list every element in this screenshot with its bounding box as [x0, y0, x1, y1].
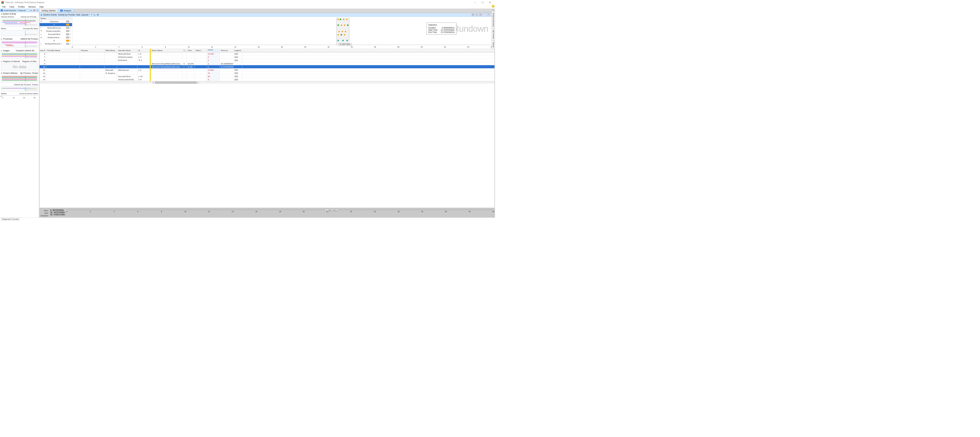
preset-name[interactable]: Activity by Provider, Task, Opcode *: [58, 14, 90, 16]
table-row[interactable]: 9 Microsoft-JScript/MethodRundow... 4 23…: [40, 62, 495, 65]
table-row[interactable]: 10 Microsoft-JScript/MethodRundow... 3 9…: [40, 65, 495, 68]
expander-icon[interactable]: ▼: [40, 21, 42, 22]
maximize-button[interactable]: ☐: [479, 0, 486, 5]
section-marks[interactable]: Marks: [1, 28, 6, 30]
table-row[interactable]: 11 MethodR... MethodLoad ▷ 9 13,860: [40, 68, 495, 72]
expander-icon[interactable]: ▼: [40, 30, 42, 32]
side-dropdown-icon[interactable]: ▾: [492, 9, 495, 11]
section-thread-lifetimes[interactable]: ▾ Thread Lifetimes By Process, Thread: [0, 71, 39, 75]
col-field1[interactable]: Field 1: [195, 49, 207, 52]
series-menu-icon[interactable]: ▾: [70, 27, 72, 28]
sidetab-analysis-assistant[interactable]: Analysis Assistant: [492, 11, 495, 28]
series-menu-icon[interactable]: ▾: [70, 33, 72, 35]
close-panel-icon[interactable]: ✕: [36, 10, 38, 12]
preset-dropdown-icon[interactable]: ▾: [91, 14, 92, 16]
series-row[interactable]: ▼ ScriptContextRu... ▾: [40, 30, 72, 33]
tab-analysis[interactable]: 1 Analysis: [58, 9, 74, 13]
dropdown-icon[interactable]: ▾: [30, 10, 32, 12]
col-c[interactable]: C...: [183, 49, 187, 52]
marks-thumbnail[interactable]: Trace Rundown: [1, 30, 38, 36]
expander-icon[interactable]: ▼: [40, 36, 42, 38]
system-activity-thumbnail[interactable]: Trace Rundown: [1, 18, 38, 26]
minimize-button[interactable]: ─: [472, 0, 479, 5]
pin-icon[interactable]: 📌: [33, 10, 35, 12]
left-time-ruler[interactable]: ⇤ 0 10 20 30: [1, 95, 38, 100]
sub-lifetime-by-process-thread[interactable]: Lifetime By Process, Thread: [14, 84, 38, 86]
col-line[interactable]: Line #: [40, 49, 46, 52]
timeline-chart[interactable]: Trace Rundown: [72, 17, 492, 49]
series-menu-icon[interactable]: ▾: [70, 43, 72, 45]
series-menu-icon[interactable]: ▾: [70, 30, 72, 32]
close-button[interactable]: ✕: [486, 0, 493, 5]
view-chart-icon[interactable]: ▥: [472, 14, 474, 16]
feedback-smiley-icon[interactable]: ☺: [492, 5, 495, 8]
col-id[interactable]: Id: [137, 49, 150, 52]
table-header: Line # Provider Name Process Task Name O…: [40, 49, 495, 52]
bottom-axis-line[interactable]: 02468101214161820222426283032343622.0085…: [67, 210, 493, 216]
col-count[interactable]: Count: [207, 49, 220, 52]
diagnostic-console-button[interactable]: Diagnostic Console: [1, 218, 20, 221]
selection-band[interactable]: [336, 17, 349, 45]
series-row[interactable]: 3 ▾: [40, 23, 72, 26]
thread-lifetimes-thumbnail[interactable]: [1, 75, 38, 82]
thread-lifetimes-thumbnail-2[interactable]: Trace Rundown: [1, 86, 38, 91]
processes-thumbnail[interactable]: Trace Rundown: [1, 41, 38, 48]
sub-grouped-by-mark[interactable]: Grouped By Mark: [23, 28, 38, 30]
table-row[interactable]: 13 SourceDCEnd ▷ 40 66: [40, 75, 495, 78]
table-row[interactable]: 8 DCEndInit ▼ 3 2: [40, 59, 495, 62]
series-row[interactable]: ▷ SourceDCEnd ▾: [40, 33, 72, 36]
sub-activity-by-provider[interactable]: Activity by Provide...: [21, 16, 38, 18]
col-process[interactable]: Process: [80, 49, 104, 52]
section-processes[interactable]: ▷ Processes Lifetime By Process: [0, 37, 39, 41]
series-menu-icon[interactable]: ▾: [70, 36, 72, 38]
section-stacks[interactable]: Stacks: [1, 93, 7, 95]
tab-getting-started[interactable]: Getting Started: [39, 9, 58, 13]
series-row[interactable]: ▼ ScriptContext... ▾: [40, 36, 72, 39]
section-system-activity[interactable]: ▾ System Activity: [0, 12, 39, 16]
axis-tick: 8: [165, 46, 166, 48]
menu-file[interactable]: File: [1, 5, 7, 8]
series-menu-icon[interactable]: ▾: [70, 40, 72, 41]
col-legend[interactable]: Legend: [234, 49, 242, 52]
expander-icon[interactable]: ▷: [40, 27, 42, 29]
series-row[interactable]: ▼ DCEndInit ▾: [40, 20, 72, 23]
series-row[interactable]: ▷ MethodRuntime ▾: [40, 26, 72, 30]
series-menu-icon[interactable]: ▾: [70, 24, 72, 25]
table-hscroll[interactable]: ◂ ▸: [40, 81, 495, 84]
timeline-axis[interactable]: 02468101214161820222426283032343622.0085…: [72, 45, 492, 49]
series-row[interactable]: 8 ▾: [40, 39, 72, 42]
menu-trace[interactable]: Trace: [8, 5, 16, 8]
col-provider[interactable]: Provider Name: [46, 49, 80, 52]
regions-thumbnail[interactable]: No data: [1, 63, 38, 70]
series-menu-icon[interactable]: ▾: [70, 21, 72, 22]
minimize-graph-icon[interactable]: ─: [483, 14, 486, 16]
menu-window[interactable]: Window: [27, 5, 37, 8]
sub-count-by-event-name[interactable]: Count by Event Name: [19, 93, 38, 95]
menu-help[interactable]: Help: [38, 5, 45, 8]
col-thread[interactable]: Thre...: [187, 49, 194, 52]
sidetab-my-presets[interactable]: My Presets: [492, 28, 495, 40]
sidetab-details[interactable]: Details: [492, 41, 495, 49]
col-opcode[interactable]: Opcode Name: [117, 49, 137, 52]
col-time[interactable]: Time (s): [220, 49, 233, 52]
expander-icon[interactable]: ▷: [40, 33, 42, 35]
maximize-graph-icon[interactable]: ☐: [487, 14, 490, 16]
search-icon[interactable]: 🔍: [93, 14, 95, 16]
section-images[interactable]: ▷ Images Transient Lifetime By Process..…: [0, 49, 39, 52]
sub-generic-events[interactable]: Generic Events: [1, 16, 14, 18]
collapse-icon[interactable]: ◢: [41, 14, 42, 16]
col-event[interactable]: Event Name: [151, 49, 183, 52]
menu-profiles[interactable]: Profiles: [16, 5, 26, 8]
images-thumbnail[interactable]: Trace Rundown: [1, 52, 38, 59]
view-chart-table-icon[interactable]: ◫: [476, 14, 478, 16]
table-row[interactable]: 7 DCEndComplete ▷ 4 2: [40, 55, 495, 59]
view-table-icon[interactable]: ▤: [479, 14, 482, 16]
series-row[interactable]: ▷ TextInputHost.exe <... ▾: [40, 42, 72, 45]
table-row[interactable]: 6 MethodDCEnd ▷ 6 19,030: [40, 52, 495, 55]
table-row[interactable]: 14 ScriptContextDCE... ▷ 8 8: [40, 78, 495, 81]
section-regions[interactable]: ▷ Regions of Interest Regions of Inter..…: [0, 60, 39, 63]
expander-icon[interactable]: ▷: [40, 43, 42, 45]
gear-icon[interactable]: ⚙: [97, 14, 99, 16]
table-row[interactable]: 12 ▼ ScriptCo... 74: [40, 72, 495, 75]
col-task[interactable]: Task Name: [104, 49, 117, 52]
